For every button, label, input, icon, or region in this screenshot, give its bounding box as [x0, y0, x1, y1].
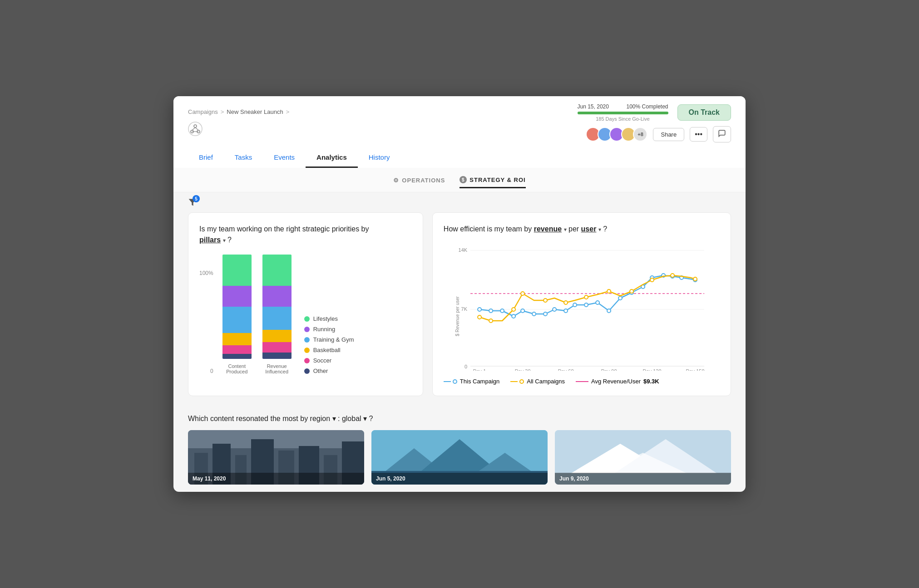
- bar-legend: Lifestyles Running Training & Gym B: [304, 315, 354, 374]
- line-chart-title: How efficient is my team by revenue ▾ pe…: [444, 224, 720, 235]
- charts-row: Is my team working on the right strategi…: [188, 212, 731, 396]
- bottom-dropdown1-arrow[interactable]: ▾: [332, 415, 336, 422]
- svg-text:Day 120: Day 120: [642, 368, 661, 371]
- line-chart-title-mid: per: [568, 225, 579, 233]
- svg-point-50: [607, 289, 611, 293]
- bar-label-1: ContentProduced: [226, 363, 247, 374]
- legend-line-blue: [444, 381, 451, 382]
- breadcrumb-root[interactable]: Campaigns: [188, 108, 218, 115]
- bottom-section: Which content resonated the most by regi…: [173, 407, 746, 492]
- svg-point-24: [500, 309, 504, 313]
- tab-tasks[interactable]: Tasks: [224, 148, 263, 168]
- seg-lifestyles-1: [222, 255, 252, 286]
- sub-tab-operations[interactable]: ⚙ OPERATIONS: [393, 177, 445, 187]
- tab-history[interactable]: History: [358, 148, 401, 168]
- breadcrumb: Campaigns > New Sneaker Launch >: [188, 108, 289, 115]
- svg-point-25: [512, 314, 515, 318]
- strategy-icon: $: [460, 176, 467, 183]
- legend-label-lifestyles: Lifestyles: [313, 315, 338, 322]
- bar-stack-2: [262, 255, 292, 359]
- tab-brief[interactable]: Brief: [188, 148, 224, 168]
- svg-text:Day 150: Day 150: [686, 368, 704, 371]
- bar-groups: ContentProduced: [222, 255, 292, 374]
- card-2-date: Jun 5, 2020: [376, 475, 405, 482]
- progress-block: Jun 15, 2020 100% Completed 185 Days Sin…: [578, 103, 731, 122]
- legend-dot-running: [304, 327, 310, 332]
- network-icon-wrap[interactable]: [188, 122, 289, 138]
- line-chart-title-post: ?: [603, 225, 607, 233]
- bar-chart-title-pre: Is my team working on the right strategi…: [199, 225, 369, 233]
- line-chart-dropdown1[interactable]: revenue: [534, 225, 562, 233]
- share-button[interactable]: Share: [653, 128, 684, 141]
- content-card-2[interactable]: Jun 5, 2020: [371, 430, 548, 485]
- bottom-dropdown2[interactable]: global: [342, 415, 361, 422]
- bottom-title-post: ?: [369, 415, 373, 422]
- seg-basketball-2: [262, 330, 292, 343]
- on-track-badge: On Track: [677, 104, 731, 121]
- bar-label-2: RevenueInfluenced: [265, 363, 288, 374]
- bar-group-2: RevenueInfluenced: [262, 255, 292, 374]
- svg-text:Day 90: Day 90: [601, 368, 617, 371]
- progress-date: Jun 15, 2020: [578, 103, 609, 110]
- card-3-date: Jun 9, 2020: [559, 475, 589, 482]
- filter-row: 5: [173, 192, 746, 212]
- content-cards: May 11, 2020 Jun 5, 2020: [188, 430, 731, 485]
- line-chart-dropdown2-arrow[interactable]: ▾: [598, 226, 601, 233]
- legend-label-basketball: Basketball: [313, 347, 341, 353]
- line-chart-dropdown1-arrow[interactable]: ▾: [564, 226, 567, 233]
- breadcrumb-campaign[interactable]: New Sneaker Launch: [227, 108, 283, 115]
- legend-basketball: Basketball: [304, 347, 354, 353]
- bar-chart-dropdown-arrow[interactable]: ▾: [223, 237, 226, 244]
- legend-dot-gold: [519, 379, 524, 384]
- svg-text:Day 1: Day 1: [473, 368, 486, 371]
- legend-this-campaign: This Campaign: [444, 378, 499, 385]
- legend-line-gold: [510, 381, 518, 382]
- line-chart-card: How efficient is my team by revenue ▾ pe…: [432, 212, 731, 396]
- legend-all-campaigns: All Campaigns: [510, 378, 565, 385]
- legend-dot-soccer: [304, 358, 310, 363]
- operations-icon: ⚙: [393, 177, 399, 184]
- legend-dot-lifestyles: [304, 316, 310, 322]
- message-button[interactable]: [713, 126, 731, 142]
- seg-soccer-2: [262, 342, 292, 353]
- card-1-date: May 11, 2020: [193, 475, 226, 482]
- filter-button[interactable]: 5: [188, 198, 197, 207]
- bottom-dropdown1[interactable]: region: [310, 415, 330, 422]
- bar-chart-dropdown[interactable]: pillars: [199, 236, 221, 244]
- y-label-100: 100%: [199, 270, 213, 276]
- svg-line-4: [192, 127, 195, 130]
- svg-point-53: [671, 274, 674, 277]
- legend-line-dashed: [576, 381, 588, 382]
- bottom-dropdown2-arrow[interactable]: ▾: [363, 415, 367, 422]
- legend-avg-value: $9.3K: [643, 378, 659, 385]
- header-row: Campaigns > New Sneaker Launch >: [188, 103, 731, 142]
- line-chart-area: 14K 7K 0 $ Revenue per user Day 1: [444, 244, 720, 385]
- svg-point-35: [618, 296, 622, 300]
- svg-point-48: [564, 301, 568, 304]
- svg-point-27: [532, 312, 536, 316]
- svg-point-26: [521, 309, 524, 313]
- sub-tab-strategy[interactable]: $ STRATEGY & ROI: [460, 176, 525, 188]
- legend-label-other: Other: [313, 368, 328, 374]
- legend-other: Other: [304, 368, 354, 374]
- tab-events[interactable]: Events: [263, 148, 306, 168]
- svg-point-28: [543, 312, 547, 316]
- seg-soccer-1: [222, 345, 252, 353]
- svg-point-1: [194, 125, 197, 127]
- bar-group-1: ContentProduced: [222, 255, 252, 374]
- progress-bar-bg: [578, 112, 668, 114]
- legend-training: Training & Gym: [304, 336, 354, 343]
- svg-point-45: [512, 308, 515, 311]
- svg-line-5: [195, 127, 198, 130]
- content-card-1[interactable]: May 11, 2020: [188, 430, 364, 485]
- tab-analytics[interactable]: Analytics: [306, 148, 358, 168]
- bar-chart-card: Is my team working on the right strategi…: [188, 212, 423, 396]
- progress-percent: 100% Completed: [626, 103, 668, 110]
- nav-tabs: Brief Tasks Events Analytics History: [188, 148, 731, 168]
- line-chart-dropdown2[interactable]: user: [581, 225, 597, 233]
- more-options-button[interactable]: •••: [690, 127, 707, 142]
- filter-badge: 5: [193, 195, 200, 202]
- svg-text:Day 60: Day 60: [558, 368, 573, 371]
- content-card-3[interactable]: Jun 9, 2020: [555, 430, 731, 485]
- legend-label-this-campaign: This Campaign: [460, 378, 499, 385]
